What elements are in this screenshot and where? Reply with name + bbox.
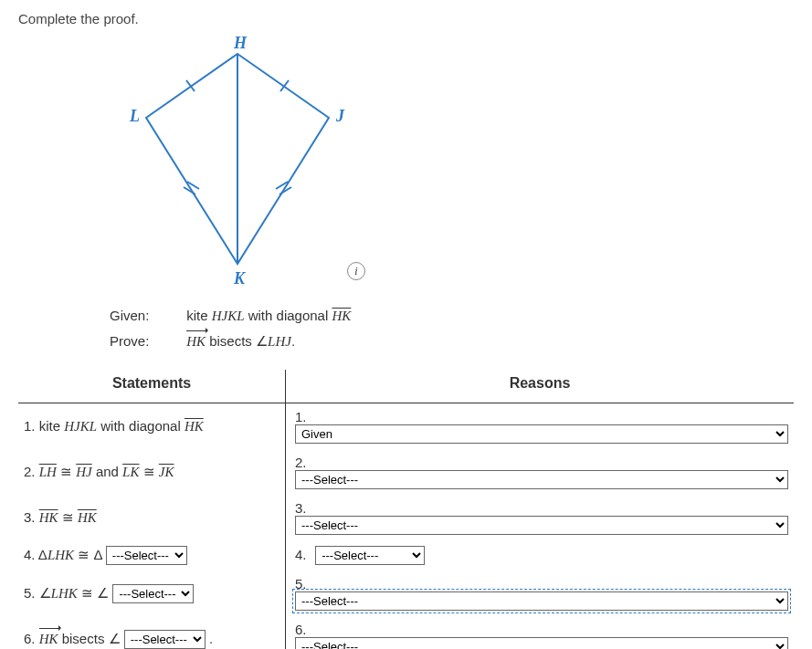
vertex-K: K [233, 269, 247, 288]
reason-2-select[interactable]: ---Select--- [295, 470, 788, 489]
vertex-L: L [129, 107, 140, 125]
reasons-header: Reasons [286, 370, 795, 403]
given-prove-block: Given: kite HJKL with diagonal HK Prove:… [110, 308, 794, 350]
proof-row-6: 6. HK bisects ∠ ---Select--- . 6. ---Sel… [18, 616, 794, 649]
proof-row-4: 4. ΔLHK ≅ Δ ---Select--- 4. ---Select--- [18, 540, 794, 570]
statement-4: 4. ΔLHK ≅ Δ ---Select--- [18, 540, 286, 570]
prove-row: Prove: HK bisects ∠LHJ. [110, 333, 794, 350]
statement-6-select[interactable]: ---Select--- [124, 630, 206, 649]
reason-5: 5. ---Select--- [286, 570, 795, 616]
reason-1-select[interactable]: Given [295, 424, 788, 444]
given-row: Given: kite HJKL with diagonal HK [110, 308, 794, 324]
prove-label: Prove: [110, 333, 183, 349]
reason-1: 1. Given [286, 403, 795, 450]
statement-2: 2. LH ≅ HJ and LK ≅ JK [18, 449, 286, 495]
proof-row-3: 3. HK ≅ HK 3. ---Select--- [18, 495, 794, 540]
reason-6: 6. ---Select--- [286, 616, 795, 649]
proof-row-5: 5. ∠LHK ≅ ∠ ---Select--- 5. ---Select--- [18, 570, 794, 616]
statement-6: 6. HK bisects ∠ ---Select--- . [18, 616, 286, 649]
figure-area: H J K L i [91, 36, 794, 291]
reason-6-select[interactable]: ---Select--- [295, 637, 788, 649]
vertex-J: J [335, 107, 345, 125]
statement-4-select[interactable]: ---Select--- [106, 546, 187, 565]
info-icon[interactable]: i [347, 262, 365, 280]
reason-3: 3. ---Select--- [286, 495, 795, 540]
kite-diagram: H J K L [91, 36, 384, 291]
statements-header: Statements [18, 370, 286, 403]
vertex-H: H [233, 36, 248, 52]
statement-3: 3. HK ≅ HK [18, 495, 286, 540]
proof-row-1: 1. kite HJKL with diagonal HK 1. Given [18, 403, 794, 450]
reason-4-select[interactable]: ---Select--- [315, 546, 425, 565]
proof-table: Statements Reasons 1. kite HJKL with dia… [18, 370, 794, 649]
statement-5: 5. ∠LHK ≅ ∠ ---Select--- [18, 570, 286, 616]
given-statement: kite HJKL with diagonal HK [186, 308, 351, 323]
prove-statement: HK bisects ∠LHJ. [186, 333, 295, 349]
reason-4: 4. ---Select--- [286, 540, 795, 570]
statement-5-select[interactable]: ---Select--- [112, 584, 194, 603]
reason-3-select[interactable]: ---Select--- [295, 516, 788, 535]
reason-5-select[interactable]: ---Select--- [295, 591, 788, 611]
reason-2: 2. ---Select--- [286, 449, 795, 495]
given-label: Given: [110, 308, 183, 323]
statement-1: 1. kite HJKL with diagonal HK [18, 403, 286, 450]
proof-row-2: 2. LH ≅ HJ and LK ≅ JK 2. ---Select--- [18, 449, 794, 495]
prompt-text: Complete the proof. [18, 11, 794, 26]
